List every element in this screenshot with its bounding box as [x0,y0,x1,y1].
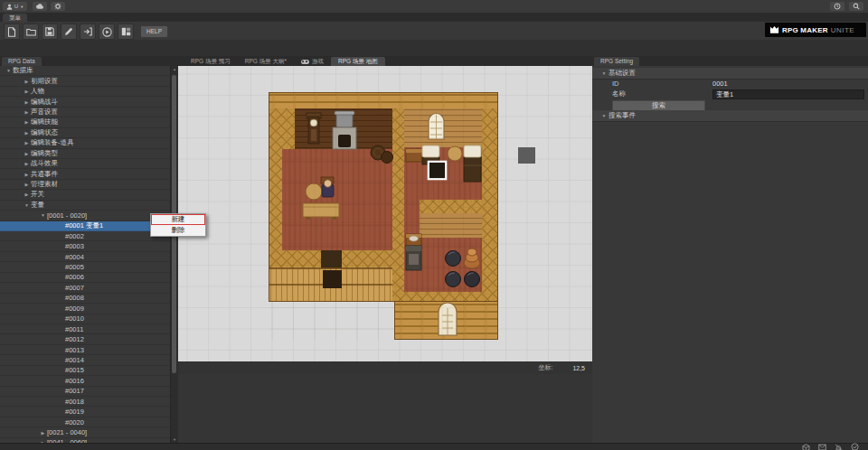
tree-item[interactable]: ▶共通事件 [0,169,171,179]
tree-item[interactable]: #0005 [0,262,171,272]
scene-tab-active[interactable]: RPG 场景 地图 [331,57,385,66]
chevron-right-icon[interactable]: ▶ [23,89,31,94]
check-circle-icon[interactable] [851,443,859,450]
bell-muted-icon[interactable] [835,444,843,450]
chevron-right-icon[interactable]: ▶ [23,119,31,125]
logo-suffix: UNITE [831,26,855,34]
tree-item[interactable]: ▶战斗效果 [0,159,171,169]
tree-item[interactable]: #0019 [0,407,171,417]
chevron-right-icon[interactable]: ▶ [23,79,31,84]
tree-item-label: #0002 [65,232,84,240]
mail-icon[interactable] [818,444,826,450]
tree-item[interactable]: ▶编辑类型 [0,149,171,159]
edit-button[interactable] [61,23,77,40]
toolbar-spacer [0,40,868,57]
tree-item[interactable]: ▶编辑装备-道具 [0,138,171,148]
search-button-top[interactable] [849,2,863,11]
import-button[interactable] [80,23,96,40]
chevron-right-icon[interactable]: ▶ [23,172,31,177]
tree-item[interactable]: #0014 [0,355,171,365]
tree-item[interactable]: ▶声音设置 [0,108,171,117]
chevron-down-icon: ▼ [20,5,24,9]
tree-item-label: 人物 [31,87,44,96]
save-button[interactable] [42,23,58,40]
scroll-down-icon[interactable]: ▼ [171,437,178,442]
tree-item-label: #0008 [65,294,84,302]
scene-tab[interactable]: RPG 场景 大纲* [238,57,294,66]
left-panel-tabstrip: RPG Data [0,56,178,66]
menu-tab[interactable]: 菜单 [3,14,27,22]
tree-item-label: #0017 [65,387,84,395]
chevron-right-icon[interactable]: ▶ [39,430,47,436]
chevron-right-icon[interactable]: ▶ [23,192,31,197]
chevron-right-icon[interactable]: ▶ [23,161,31,166]
tree-item[interactable]: ▶编辑战斗 [0,97,171,107]
layout-button[interactable] [118,23,134,40]
map-canvas[interactable] [178,66,592,361]
tree-item[interactable]: #0009 [0,304,171,314]
tree-item-label: 数据库 [13,66,33,75]
chevron-down-icon[interactable]: ▼ [5,68,13,73]
tree-item[interactable]: ▶开关 [0,190,171,200]
tree-item[interactable]: #0010 [0,314,171,324]
open-folder-button[interactable] [23,23,39,40]
tree-item[interactable]: #0003 [0,241,171,251]
package-icon[interactable] [802,444,810,450]
tree-item[interactable]: #0017 [0,387,171,397]
tree-item[interactable]: #0015 [0,366,171,376]
coords-label: 坐标: [538,363,552,372]
tree-item[interactable]: #0018 [0,397,171,407]
scene-tab[interactable]: RPG 场景 预习 [184,57,238,66]
tree-item[interactable]: #0007 [0,283,171,293]
chevron-right-icon[interactable]: ▶ [23,109,31,115]
play-button[interactable] [99,23,115,40]
tree-item[interactable]: ▶编辑技能 [0,117,171,127]
context-menu-item[interactable]: 删除 [151,225,205,236]
scroll-up-icon[interactable]: ▲ [171,67,178,71]
chevron-right-icon[interactable]: ▶ [23,99,31,105]
tree-item-label: [0001 - 0020] [47,211,87,220]
tree-item-selected[interactable]: #0001 变量1 [0,221,171,231]
tree-item[interactable]: #0006 [0,273,171,283]
scene-tab[interactable]: 游戏 [294,57,331,66]
cloud-button[interactable] [33,2,47,11]
context-menu-item[interactable]: 新建 [151,214,205,225]
tree-item[interactable]: ▼数据库 [0,66,171,76]
new-file-button[interactable] [4,23,20,40]
section-search-events[interactable]: ▼ 搜索事件 [592,110,868,122]
tree-item[interactable]: #0012 [0,334,171,344]
settings-button[interactable] [51,2,65,11]
tab-rpg-data[interactable]: RPG Data [2,57,42,66]
tree-item-label: 战斗效果 [31,159,58,168]
tree-item[interactable]: #0011 [0,324,171,334]
account-dropdown[interactable]: U ▼ [3,2,27,11]
coords-value: 12,5 [572,365,585,371]
chevron-down-icon[interactable]: ▼ [23,202,31,208]
tree-item[interactable]: #0008 [0,294,171,304]
help-button[interactable]: HELP [140,25,168,38]
chevron-right-icon[interactable]: ▶ [23,182,31,187]
chevron-right-icon[interactable]: ▶ [23,130,31,136]
tree-item[interactable]: ▼变量 [0,201,171,211]
tree-item[interactable]: #0013 [0,345,171,355]
tree-item[interactable]: #0004 [0,252,171,262]
layout-grid-icon [121,27,131,36]
tree-item[interactable]: ▼[0001 - 0020] [0,211,171,220]
tree-item[interactable]: ▶编辑状态 [0,128,171,138]
left-panel-scrollbar[interactable]: ▲ ▼ [170,66,178,443]
history-button[interactable] [830,2,844,11]
tree-item[interactable]: ▶管理素材 [0,180,171,190]
chevron-right-icon[interactable]: ▶ [23,151,31,156]
tree-item[interactable]: #0016 [0,376,171,386]
map-cursor[interactable] [428,161,447,180]
chevron-down-icon: ▼ [599,70,609,76]
tree-item[interactable]: ▶[0021 - 0040] [0,427,171,437]
chevron-down-icon[interactable]: ▼ [39,212,47,218]
tree-item[interactable]: #0002 [0,231,171,241]
tree-item-label: #0003 [65,242,84,250]
chevron-right-icon[interactable]: ▶ [23,140,31,145]
tree-item[interactable]: #0020 [0,417,171,427]
tree-item[interactable]: ▶人物 [0,87,171,97]
tab-rpg-setting[interactable]: RPG Setting [594,57,639,66]
tree-item[interactable]: ▶初期设置 [0,76,171,86]
